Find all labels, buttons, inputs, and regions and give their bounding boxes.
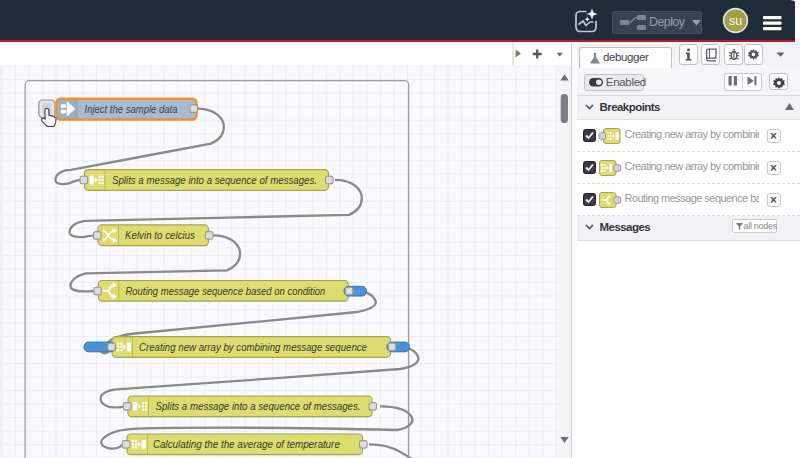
svg-text:Creating new array by combinin: Creating new array by combining message … (139, 341, 367, 353)
svg-text:Splits a message into a sequen: Splits a message into a sequence of mess… (112, 174, 317, 186)
svg-text:Splits a message into a sequen: Splits a message into a sequence of mess… (156, 400, 361, 412)
svg-text:su: su (728, 14, 741, 28)
svg-text:Kelvin to celcius: Kelvin to celcius (125, 229, 195, 241)
svg-text:Calculating the the average of: Calculating the the average of temperatu… (153, 438, 340, 450)
svg-text:Inject the sample data: Inject the sample data (85, 103, 178, 115)
svg-text:Routing message sequence based: Routing message sequence based on condit… (125, 285, 325, 297)
